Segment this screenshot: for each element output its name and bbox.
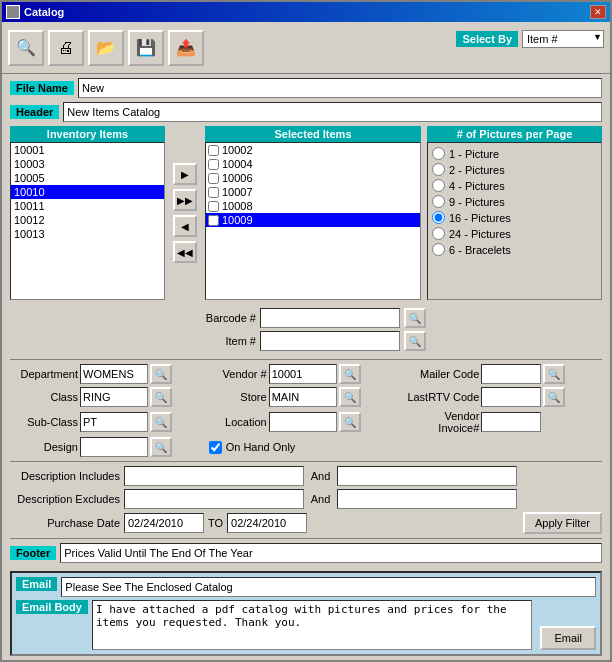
export-toolbar-btn[interactable]: 📤 bbox=[168, 30, 204, 66]
email-input[interactable] bbox=[61, 577, 596, 597]
barcode-input[interactable] bbox=[260, 308, 400, 328]
barcode-label: Barcode # bbox=[186, 312, 256, 324]
pictures-header: # of Pictures per Page bbox=[427, 126, 602, 142]
save-toolbar-btn[interactable]: 💾 bbox=[128, 30, 164, 66]
selected-item-checkbox[interactable] bbox=[208, 201, 219, 212]
print-toolbar-btn[interactable]: 🖨 bbox=[48, 30, 84, 66]
select-by-dropdown[interactable]: Item # Description Vendor bbox=[522, 30, 604, 48]
move-right-btn[interactable]: ▶ bbox=[173, 163, 197, 185]
email-send-btn[interactable]: Email bbox=[540, 626, 596, 650]
dept-input[interactable] bbox=[80, 364, 148, 384]
vendor-cell: Vendor # 🔍 bbox=[209, 364, 404, 384]
file-name-label: File Name bbox=[10, 81, 74, 95]
desc-includes-input[interactable] bbox=[124, 466, 304, 486]
selected-item-label: 10008 bbox=[222, 200, 253, 212]
barcode-search-btn[interactable]: 🔍 bbox=[404, 308, 426, 328]
selected-item-checkbox[interactable] bbox=[208, 173, 219, 184]
selected-item-checkbox[interactable] bbox=[208, 215, 219, 226]
selected-item[interactable]: 10002 bbox=[206, 143, 420, 157]
inventory-item[interactable]: 10012 bbox=[11, 213, 164, 227]
desc-includes-and-input[interactable] bbox=[337, 466, 517, 486]
move-all-left-btn[interactable]: ◀◀ bbox=[173, 241, 197, 263]
pictures-radio[interactable] bbox=[432, 243, 445, 256]
design-input[interactable] bbox=[80, 437, 148, 457]
selected-item[interactable]: 10004 bbox=[206, 157, 420, 171]
inventory-item[interactable]: 10003 bbox=[11, 157, 164, 171]
selected-item-checkbox[interactable] bbox=[208, 159, 219, 170]
select-by-area: Select By Item # Description Vendor bbox=[456, 30, 604, 48]
move-all-right-btn[interactable]: ▶▶ bbox=[173, 189, 197, 211]
store-cell: Store 🔍 bbox=[209, 387, 404, 407]
vendor-invoice-label: Vendor Invoice# bbox=[407, 410, 479, 434]
selected-item[interactable]: 10007 bbox=[206, 185, 420, 199]
footer-input[interactable] bbox=[60, 543, 602, 563]
inventory-item[interactable]: 10011 bbox=[11, 199, 164, 213]
mailer-input[interactable] bbox=[481, 364, 541, 384]
email-body-row: Email Body I have attached a pdf catalog… bbox=[16, 600, 596, 650]
pictures-radio[interactable] bbox=[432, 179, 445, 192]
store-input[interactable] bbox=[269, 387, 337, 407]
inventory-item[interactable]: 10010 bbox=[11, 185, 164, 199]
selected-item-checkbox[interactable] bbox=[208, 187, 219, 198]
inventory-item[interactable]: 10013 bbox=[11, 227, 164, 241]
inventory-panel: Inventory Items 100011000310005100101001… bbox=[10, 126, 165, 300]
class-search[interactable]: 🔍 bbox=[150, 387, 172, 407]
email-body-textarea[interactable]: I have attached a pdf catalog with pictu… bbox=[92, 600, 533, 650]
desc-excludes-input[interactable] bbox=[124, 489, 304, 509]
selected-item[interactable]: 10008 bbox=[206, 199, 420, 213]
item-num-row: Item # 🔍 bbox=[10, 331, 602, 351]
pictures-radio[interactable] bbox=[432, 163, 445, 176]
toolbar: 🔍 🖨 📂 💾 📤 Select By Item # Description V… bbox=[2, 22, 610, 74]
pictures-radio[interactable] bbox=[432, 195, 445, 208]
close-button[interactable]: ✕ bbox=[590, 5, 606, 19]
selected-item[interactable]: 10009 bbox=[206, 213, 420, 227]
pictures-radio-label: 9 - Pictures bbox=[449, 196, 505, 208]
desc-excludes-and-input[interactable] bbox=[337, 489, 517, 509]
desc-includes-label: Description Includes bbox=[10, 470, 120, 482]
subclass-label: Sub-Class bbox=[10, 416, 78, 428]
item-num-search-btn[interactable]: 🔍 bbox=[404, 331, 426, 351]
location-search[interactable]: 🔍 bbox=[339, 412, 361, 432]
design-search[interactable]: 🔍 bbox=[150, 437, 172, 457]
inventory-item[interactable]: 10001 bbox=[11, 143, 164, 157]
selected-panel: Selected Items 1000210004100061000710008… bbox=[205, 126, 421, 300]
location-input[interactable] bbox=[269, 412, 337, 432]
selected-listbox[interactable]: 100021000410006100071000810009 bbox=[205, 142, 421, 300]
selected-item-label: 10007 bbox=[222, 186, 253, 198]
lastrtv-input[interactable] bbox=[481, 387, 541, 407]
window-title: Catalog bbox=[24, 6, 64, 18]
dept-search[interactable]: 🔍 bbox=[150, 364, 172, 384]
store-search[interactable]: 🔍 bbox=[339, 387, 361, 407]
selected-item[interactable]: 10006 bbox=[206, 171, 420, 185]
selected-item-checkbox[interactable] bbox=[208, 145, 219, 156]
pictures-radio-item: 24 - Pictures bbox=[432, 227, 597, 240]
vendor-search[interactable]: 🔍 bbox=[339, 364, 361, 384]
open-toolbar-btn[interactable]: 📂 bbox=[88, 30, 124, 66]
search-toolbar-btn[interactable]: 🔍 bbox=[8, 30, 44, 66]
subclass-search[interactable]: 🔍 bbox=[150, 412, 172, 432]
desc-includes-and: And bbox=[308, 470, 333, 482]
mailer-search[interactable]: 🔍 bbox=[543, 364, 565, 384]
header-row: Header bbox=[10, 102, 602, 122]
on-hand-checkbox[interactable] bbox=[209, 441, 222, 454]
content-area: File Name Header Inventory Items 1000110… bbox=[2, 74, 610, 660]
file-name-input[interactable] bbox=[78, 78, 602, 98]
pictures-radio[interactable] bbox=[432, 211, 445, 224]
class-input[interactable] bbox=[80, 387, 148, 407]
header-input[interactable] bbox=[63, 102, 602, 122]
pictures-radio[interactable] bbox=[432, 147, 445, 160]
apply-filter-btn[interactable]: Apply Filter bbox=[523, 512, 602, 534]
email-section: Email Email Body I have attached a pdf c… bbox=[10, 571, 602, 656]
purchase-from-input[interactable] bbox=[124, 513, 204, 533]
inventory-item[interactable]: 10005 bbox=[11, 171, 164, 185]
header-label: Header bbox=[10, 105, 59, 119]
vendor-input[interactable] bbox=[269, 364, 337, 384]
pictures-radio[interactable] bbox=[432, 227, 445, 240]
lastrtv-search[interactable]: 🔍 bbox=[543, 387, 565, 407]
vendor-invoice-input[interactable] bbox=[481, 412, 541, 432]
move-left-btn[interactable]: ◀ bbox=[173, 215, 197, 237]
subclass-input[interactable] bbox=[80, 412, 148, 432]
inventory-listbox[interactable]: 10001100031000510010100111001210013 bbox=[10, 142, 165, 300]
purchase-to-input[interactable] bbox=[227, 513, 307, 533]
item-num-input[interactable] bbox=[260, 331, 400, 351]
